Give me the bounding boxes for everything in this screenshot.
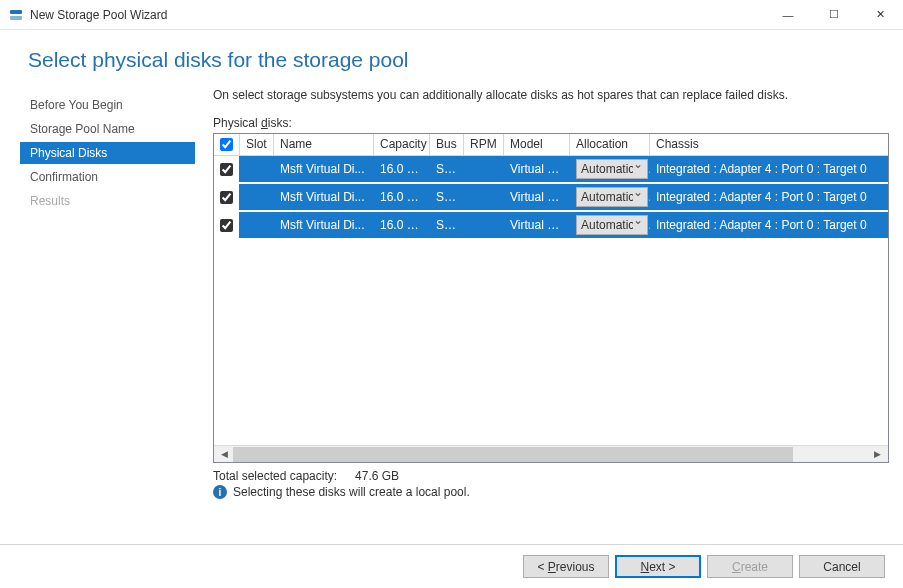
cell-capacity: 16.0 GB [374, 162, 430, 176]
cell-model: Virtual Disk [504, 190, 570, 204]
description-text: On select storage subsystems you can add… [213, 88, 889, 102]
header-model[interactable]: Model [504, 134, 570, 155]
cell-name: Msft Virtual Di... [274, 162, 374, 176]
horizontal-scrollbar[interactable]: ◀ ▶ [214, 445, 888, 462]
titlebar: New Storage Pool Wizard — ☐ ✕ [0, 0, 903, 30]
header-allocation[interactable]: Allocation [570, 134, 650, 155]
create-button: Create [707, 555, 793, 578]
cell-allocation[interactable]: Automatic [570, 215, 650, 235]
grid-label: Physical disks: [213, 116, 889, 130]
cell-chassis: Integrated : Adapter 4 : Port 0 : Target… [650, 190, 888, 204]
close-button[interactable]: ✕ [857, 0, 903, 30]
cell-capacity: 16.0 GB [374, 218, 430, 232]
header-slot[interactable]: Slot [240, 134, 274, 155]
cancel-button[interactable]: Cancel [799, 555, 885, 578]
step-confirmation[interactable]: Confirmation [20, 166, 195, 188]
footer: < Previous Next > Create Cancel [0, 544, 903, 588]
table-row[interactable]: Msft Virtual Di...16.0 GBSASVirtual Disk… [214, 212, 888, 240]
grid-body: Msft Virtual Di...16.0 GBSASVirtual Disk… [214, 156, 888, 445]
info-text: Selecting these disks will create a loca… [233, 485, 470, 499]
grid-header: Slot Name Capacity Bus RPM Model Allocat… [214, 134, 888, 156]
allocation-select[interactable]: Automatic [576, 187, 648, 207]
cell-capacity: 16.0 GB [374, 190, 430, 204]
allocation-select[interactable]: Automatic [576, 215, 648, 235]
step-physical-disks[interactable]: Physical Disks [20, 142, 195, 164]
window-controls: — ☐ ✕ [765, 0, 903, 30]
table-row[interactable]: Msft Virtual Di...16.0 GBSASVirtual Disk… [214, 184, 888, 212]
scroll-thumb[interactable] [233, 447, 793, 462]
header-capacity[interactable]: Capacity [374, 134, 430, 155]
cell-chassis: Integrated : Adapter 4 : Port 0 : Target… [650, 218, 888, 232]
row-checkbox[interactable] [214, 156, 240, 182]
next-button[interactable]: Next > [615, 555, 701, 578]
wizard-steps: Before You Begin Storage Pool Name Physi… [0, 88, 195, 544]
scroll-left-icon[interactable]: ◀ [216, 447, 233, 462]
window-title: New Storage Pool Wizard [30, 8, 167, 22]
cell-model: Virtual Disk [504, 162, 570, 176]
header-bus[interactable]: Bus [430, 134, 464, 155]
cell-allocation[interactable]: Automatic [570, 187, 650, 207]
table-row[interactable]: Msft Virtual Di...16.0 GBSASVirtual Disk… [214, 156, 888, 184]
header-chassis[interactable]: Chassis [650, 134, 888, 155]
row-checkbox[interactable] [214, 184, 240, 210]
step-storage-pool-name[interactable]: Storage Pool Name [20, 118, 195, 140]
header-rpm[interactable]: RPM [464, 134, 504, 155]
summary: Total selected capacity: 47.6 GB i Selec… [213, 469, 889, 499]
info-icon: i [213, 485, 227, 499]
cell-bus: SAS [430, 190, 464, 204]
cell-bus: SAS [430, 162, 464, 176]
cell-name: Msft Virtual Di... [274, 190, 374, 204]
total-capacity-value: 47.6 GB [355, 469, 399, 483]
minimize-button[interactable]: — [765, 0, 811, 30]
step-before-you-begin[interactable]: Before You Begin [20, 94, 195, 116]
svg-rect-1 [10, 16, 22, 20]
step-results: Results [20, 190, 195, 212]
row-checkbox[interactable] [214, 212, 240, 238]
scroll-track[interactable] [233, 447, 869, 462]
header-name[interactable]: Name [274, 134, 374, 155]
svg-rect-0 [10, 10, 22, 14]
app-icon [8, 7, 24, 23]
cell-chassis: Integrated : Adapter 4 : Port 0 : Target… [650, 162, 888, 176]
allocation-select[interactable]: Automatic [576, 159, 648, 179]
maximize-button[interactable]: ☐ [811, 0, 857, 30]
cell-bus: SAS [430, 218, 464, 232]
scroll-right-icon[interactable]: ▶ [869, 447, 886, 462]
cell-allocation[interactable]: Automatic [570, 159, 650, 179]
previous-button[interactable]: < Previous [523, 555, 609, 578]
total-capacity-label: Total selected capacity: [213, 469, 337, 483]
header-checkbox[interactable] [214, 134, 240, 155]
cell-model: Virtual Disk [504, 218, 570, 232]
cell-name: Msft Virtual Di... [274, 218, 374, 232]
page-title: Select physical disks for the storage po… [0, 30, 903, 82]
physical-disks-grid: Slot Name Capacity Bus RPM Model Allocat… [213, 133, 889, 463]
